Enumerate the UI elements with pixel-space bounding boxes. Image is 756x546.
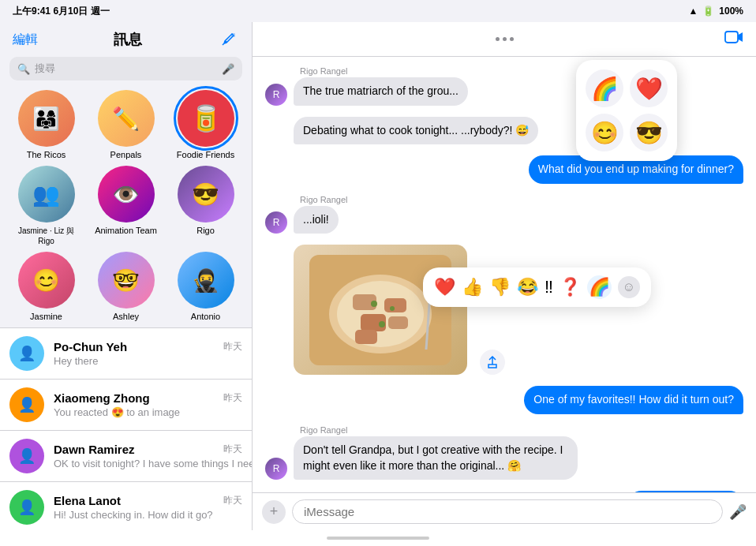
sender-label-rigo2: Rigo Rangel (265, 195, 743, 204)
conv-time-dawn: 昨天 (223, 443, 242, 456)
react-exclaim[interactable]: ‼️ (545, 277, 553, 297)
emoji-popup-cool[interactable]: 😎 (630, 114, 668, 151)
chat-header-more[interactable] (496, 37, 514, 41)
search-bar[interactable]: 🔍 搜尋 🎤 (9, 57, 242, 80)
pinned-item-ricos[interactable]: 👨‍👩‍👧 The Ricos (9, 90, 83, 159)
conv-item-elena[interactable]: 👤 Elena Lanot 昨天 Hi! Just checking in. H… (0, 481, 252, 530)
pinned-label-foodie: Foodie Friends (177, 150, 234, 159)
react-thumbsup[interactable]: 👍 (462, 277, 483, 297)
conversation-list: 👤 Po-Chun Yeh 昨天 Hey there 👤 Xiaomeng Zh… (0, 327, 252, 530)
react-laugh[interactable]: 😂 (517, 277, 538, 297)
message-row-6: One of my favorites!! How did it turn ou… (265, 386, 743, 414)
dot-1 (496, 37, 500, 41)
emoji-popup-smiley[interactable]: 😊 (586, 114, 623, 151)
react-more[interactable]: ☺ (618, 276, 640, 298)
conv-avatar-elena: 👤 (9, 490, 44, 525)
pinned-item-ashley[interactable]: 🤓 Ashley (89, 252, 163, 321)
pinned-avatar-antonio: 🥷 (178, 252, 234, 309)
conv-preview-dawn: OK to visit tonight? I have some things … (54, 458, 252, 469)
pinned-avatar-ricos: 👨‍👩‍👧 (18, 90, 75, 147)
bubble-7: Don't tell Grandpa, but I got creative w… (294, 436, 578, 480)
message-row-5 (265, 245, 743, 375)
conv-name-pochun: Po-Chun Yeh (54, 340, 127, 353)
pinned-item-rigo[interactable]: 😎 Rigo (169, 166, 242, 245)
bubble-4: ...ioli! (294, 206, 339, 234)
message-group-3: What did you end up making for dinner? (265, 155, 743, 184)
conv-time-xiaomeng: 昨天 (223, 391, 242, 405)
conv-time-elena: 昨天 (223, 494, 242, 507)
svg-point-12 (390, 306, 395, 311)
react-thumbsdown[interactable]: 👎 (489, 277, 511, 297)
dot-3 (510, 37, 514, 41)
mic-input-icon[interactable]: 🎤 (729, 503, 747, 521)
conv-avatar-xiaomeng: 👤 (9, 387, 44, 422)
react-rainbow[interactable]: 🌈 (587, 275, 612, 299)
pinned-item-jasmineliz[interactable]: 👥 Jasmine · Liz 與 Rigo (9, 166, 83, 245)
conv-item-xiaomeng[interactable]: 👤 Xiaomeng Zhong 昨天 You reacted 😍 to an … (0, 379, 252, 430)
bubble-6: One of my favorites!! How did it turn ou… (524, 386, 743, 414)
pinned-label-antonio: Antonio (191, 312, 220, 321)
conv-item-dawn[interactable]: 👤 Dawn Ramirez 昨天 OK to visit tonight? I… (0, 430, 252, 481)
mic-icon: 🎤 (222, 63, 234, 75)
pinned-label-animation: Animation Team (95, 226, 157, 235)
wifi-icon: ▲ (688, 6, 698, 17)
message-row-7: R Don't tell Grandpa, but I got creative… (265, 436, 743, 480)
add-attachment-button[interactable]: + (262, 500, 286, 524)
pinned-avatar-ashley: 🤓 (98, 252, 155, 309)
messages-area: Rigo Rangel R The true matriarch of the … (253, 57, 756, 492)
dot-2 (503, 37, 507, 41)
pinned-label-jasmine: Jasmine (30, 312, 62, 321)
pinned-item-antonio[interactable]: 🥷 Antonio (169, 252, 242, 321)
chat-header (253, 22, 756, 57)
sidebar: 編輯 訊息 🔍 搜尋 🎤 👨‍👩‍👧 The Ricos ✏️ (0, 22, 253, 530)
msg-avatar-rigo3: R (265, 458, 287, 480)
pinned-label-ashley: Ashley (113, 312, 139, 321)
svg-point-11 (371, 301, 377, 307)
food-image-bubble[interactable] (294, 245, 467, 375)
pinned-item-jasmine[interactable]: 😊 Jasmine (9, 252, 83, 321)
conv-info-xiaomeng: Xiaomeng Zhong 昨天 You reacted 😍 to an im… (54, 391, 242, 419)
react-heart[interactable]: ❤️ (434, 277, 455, 297)
conv-name-xiaomeng: Xiaomeng Zhong (54, 391, 150, 405)
input-bar: + 🎤 (253, 492, 756, 530)
conv-preview-xiaomeng: You reacted 😍 to an image (54, 406, 180, 418)
conv-info-elena: Elena Lanot 昨天 Hi! Just checking in. How… (54, 494, 242, 522)
conv-info-dawn: Dawn Ramirez 昨天 OK to visit tonight? I h… (54, 443, 242, 470)
edit-button[interactable]: 編輯 (13, 32, 38, 48)
pinned-avatar-jasmine: 😊 (18, 252, 75, 309)
msg-avatar-rigo2: R (265, 211, 287, 234)
pinned-avatar-animation: 👁️ (98, 166, 155, 223)
emoji-popup-rainbow[interactable]: 🌈 (586, 69, 623, 107)
message-group-7: Rigo Rangel R Don't tell Grandpa, but I … (265, 425, 743, 480)
message-group-4: Rigo Rangel R ...ioli! ❤️ 👍 👎 😂 ‼️ ❓ 🌈 ☺ (265, 195, 743, 234)
conv-time-pochun: 昨天 (223, 340, 242, 353)
search-placeholder: 搜尋 (35, 62, 55, 76)
battery-icon: 🔋 (702, 6, 714, 17)
message-group-5 (265, 245, 743, 375)
message-group-6: One of my favorites!! How did it turn ou… (265, 386, 743, 414)
bubble-2: Debating what to cook tonight... ...rybo… (294, 117, 538, 145)
pinned-item-penpals[interactable]: ✏️ Penpals (89, 90, 163, 159)
conv-item-pochun[interactable]: 👤 Po-Chun Yeh 昨天 Hey there (0, 327, 252, 379)
video-call-button[interactable] (724, 30, 743, 48)
sidebar-title: 訊息 (114, 30, 142, 49)
sender-label-rigo3: Rigo Rangel (265, 425, 743, 435)
pinned-label-jasmineliz: Jasmine · Liz 與 Rigo (9, 226, 83, 245)
compose-button[interactable] (217, 28, 239, 50)
svg-point-13 (379, 321, 385, 327)
pinned-avatar-jasmineliz: 👥 (18, 166, 75, 223)
svg-rect-0 (231, 33, 235, 37)
message-input[interactable] (292, 499, 723, 524)
emoji-popup-heart[interactable]: ❤️ (630, 69, 668, 107)
msg-avatar-rigo: R (265, 84, 287, 106)
react-question[interactable]: ❓ (560, 277, 581, 297)
status-right: ▲ 🔋 100% (688, 6, 743, 17)
emoji-reaction-popup: 🌈 ❤️ 😊 😎 (576, 60, 677, 161)
reaction-picker: ❤️ 👍 👎 😂 ‼️ ❓ 🌈 ☺ (423, 267, 651, 307)
pinned-avatar-penpals: ✏️ (98, 90, 155, 147)
pinned-item-animation[interactable]: 👁️ Animation Team (89, 166, 163, 245)
pinned-avatar-foodie: 🥫 (178, 90, 234, 147)
chat-panel: 🌈 ❤️ 😊 😎 Rigo Rangel (253, 22, 756, 530)
share-button[interactable] (480, 350, 505, 375)
pinned-item-foodie[interactable]: 🥫 Foodie Friends (169, 90, 242, 159)
